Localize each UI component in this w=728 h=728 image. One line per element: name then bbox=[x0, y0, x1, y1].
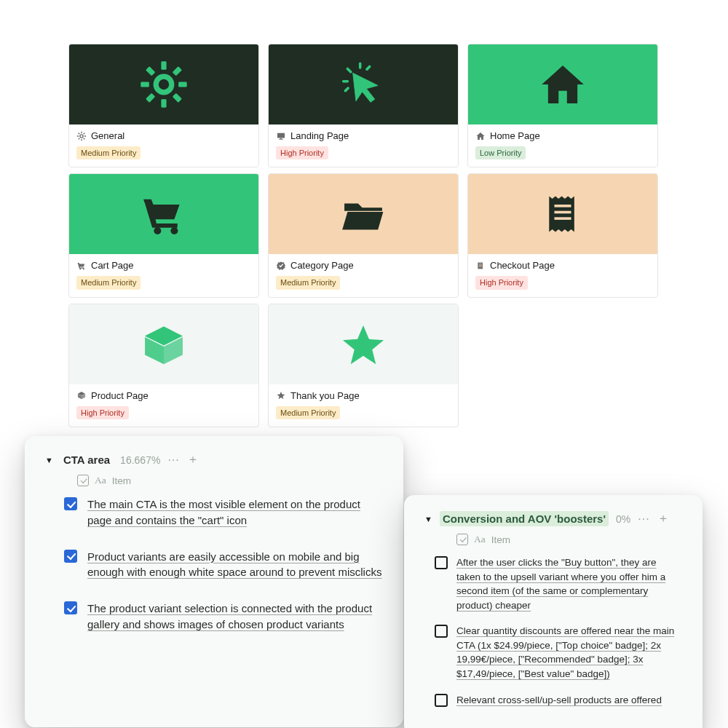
card-category-page[interactable]: Category PageMedium Priority bbox=[268, 173, 459, 297]
card-body: Thank you PageMedium Priority bbox=[269, 384, 458, 427]
priority-badge: High Priority bbox=[475, 276, 528, 289]
text-type-icon: Aa bbox=[95, 475, 106, 486]
priority-badge: Medium Priority bbox=[76, 276, 141, 289]
collapse-toggle[interactable]: ▼ bbox=[45, 456, 53, 464]
card-title: Home Page bbox=[490, 130, 540, 141]
card-title: Landing Page bbox=[290, 130, 349, 141]
cart-icon bbox=[138, 188, 190, 240]
item-text[interactable]: Product variants are easily accessible o… bbox=[87, 549, 383, 581]
star-icon bbox=[337, 318, 389, 371]
home-icon bbox=[475, 131, 486, 141]
more-menu-icon[interactable]: ··· bbox=[167, 454, 179, 467]
priority-badge: Medium Priority bbox=[276, 276, 340, 289]
text-type-icon: Aa bbox=[474, 534, 486, 545]
list-item[interactable]: Product variants are easily accessible o… bbox=[45, 549, 383, 581]
card-hero bbox=[468, 44, 657, 124]
more-menu-icon[interactable]: ··· bbox=[638, 513, 649, 526]
card-hero bbox=[269, 174, 458, 254]
checkbox[interactable] bbox=[435, 694, 448, 707]
card-hero bbox=[69, 44, 258, 124]
receipt-icon bbox=[475, 261, 486, 271]
card-landing-page[interactable]: Landing PageHigh Priority bbox=[268, 44, 459, 167]
checkbox-column-icon bbox=[77, 475, 89, 486]
list-item[interactable]: Relevant cross-sell/up-sell products are… bbox=[424, 693, 682, 708]
folder-icon bbox=[337, 188, 389, 240]
card-title: Product Page bbox=[91, 390, 149, 401]
list-item[interactable]: The product variant selection is connect… bbox=[45, 601, 383, 633]
card-body: Landing PageHigh Priority bbox=[269, 124, 458, 167]
star-icon bbox=[276, 390, 286, 400]
section-title[interactable]: CTA area bbox=[60, 452, 113, 467]
card-checkout-page[interactable]: Checkout PageHigh Priority bbox=[467, 173, 658, 297]
box-icon bbox=[138, 318, 190, 371]
card-hero bbox=[269, 304, 458, 384]
checkbox[interactable] bbox=[64, 601, 77, 614]
section-title[interactable]: Conversion and AOV 'boosters' bbox=[440, 511, 609, 526]
checkbox[interactable] bbox=[64, 497, 77, 510]
panel-conversion-boosters: ▼ Conversion and AOV 'boosters' 0% ··· ＋… bbox=[404, 495, 703, 728]
card-body: Home PageLow Priority bbox=[468, 124, 657, 167]
gear-icon bbox=[76, 131, 87, 141]
item-text[interactable]: After the user clicks the "Buy button", … bbox=[456, 555, 682, 612]
card-title: Cart Page bbox=[91, 260, 134, 271]
panel-cta-area: ▼ CTA area 16.667% ··· ＋ Aa Item The mai… bbox=[25, 436, 403, 727]
priority-badge: High Priority bbox=[76, 406, 129, 419]
add-item-button[interactable]: ＋ bbox=[187, 452, 199, 467]
checkbox[interactable] bbox=[435, 556, 448, 569]
column-label: Item bbox=[112, 475, 131, 486]
item-text[interactable]: The main CTA is the most visible element… bbox=[87, 496, 383, 529]
card-thank-you-page[interactable]: Thank you PageMedium Priority bbox=[268, 304, 459, 427]
card-general[interactable]: GeneralMedium Priority bbox=[68, 44, 259, 167]
card-grid: GeneralMedium PriorityLanding PageHigh P… bbox=[0, 0, 728, 427]
section-percent: 16.667% bbox=[120, 454, 160, 466]
cursor-icon bbox=[276, 131, 286, 141]
card-title: General bbox=[91, 130, 124, 141]
column-label: Item bbox=[491, 534, 510, 545]
cursor-icon bbox=[337, 58, 389, 111]
card-body: GeneralMedium Priority bbox=[69, 124, 258, 167]
home-icon bbox=[537, 58, 589, 111]
priority-badge: Low Priority bbox=[475, 146, 526, 159]
card-title: Category Page bbox=[290, 260, 354, 271]
card-body: Cart PageMedium Priority bbox=[69, 254, 258, 296]
card-hero bbox=[269, 44, 458, 124]
checkbox[interactable] bbox=[435, 625, 448, 638]
column-header: Aa Item bbox=[77, 475, 383, 486]
column-header: Aa Item bbox=[456, 534, 682, 545]
item-text[interactable]: Clear quantity discounts are offered nea… bbox=[456, 624, 682, 681]
priority-badge: Medium Priority bbox=[276, 406, 340, 419]
card-title: Thank you Page bbox=[290, 390, 360, 401]
card-hero bbox=[69, 304, 258, 384]
folder-icon bbox=[276, 261, 286, 271]
card-cart-page[interactable]: Cart PageMedium Priority bbox=[68, 173, 259, 297]
list-item[interactable]: After the user clicks the "Buy button", … bbox=[424, 555, 682, 612]
list-item[interactable]: The main CTA is the most visible element… bbox=[45, 496, 383, 529]
cart-icon bbox=[76, 261, 87, 271]
card-title: Checkout Page bbox=[490, 260, 555, 271]
card-body: Checkout PageHigh Priority bbox=[468, 254, 657, 296]
checkbox[interactable] bbox=[64, 550, 77, 563]
collapse-toggle[interactable]: ▼ bbox=[424, 515, 432, 523]
receipt-icon bbox=[537, 188, 589, 240]
item-text[interactable]: The product variant selection is connect… bbox=[87, 601, 383, 633]
priority-badge: High Priority bbox=[276, 146, 328, 159]
box-icon bbox=[76, 390, 87, 400]
card-home-page[interactable]: Home PageLow Priority bbox=[467, 44, 658, 167]
card-hero bbox=[69, 174, 258, 254]
gear-icon bbox=[138, 58, 190, 111]
card-body: Category PageMedium Priority bbox=[269, 254, 458, 296]
checkbox-column-icon bbox=[456, 534, 468, 545]
add-item-button[interactable]: ＋ bbox=[657, 511, 669, 526]
section-percent: 0% bbox=[616, 513, 630, 525]
priority-badge: Medium Priority bbox=[76, 146, 141, 159]
card-product-page[interactable]: Product PageHigh Priority bbox=[68, 304, 259, 427]
card-hero bbox=[468, 174, 657, 254]
item-text[interactable]: Relevant cross-sell/up-sell products are… bbox=[456, 693, 662, 708]
card-body: Product PageHigh Priority bbox=[69, 384, 258, 427]
list-item[interactable]: Clear quantity discounts are offered nea… bbox=[424, 624, 682, 681]
